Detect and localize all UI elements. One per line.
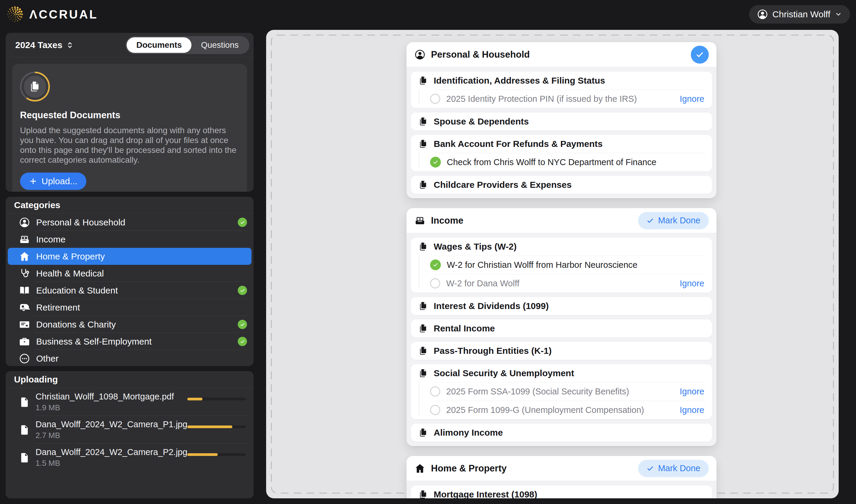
sidebar: 2024 Taxes DocumentsQuestions Requested …: [6, 33, 254, 498]
document-group-card[interactable]: Pass-Through Entities (K-1): [411, 342, 712, 360]
item-pending-radio[interactable]: [430, 386, 440, 397]
ignore-link[interactable]: Ignore: [680, 278, 704, 288]
ignore-link[interactable]: Ignore: [680, 94, 704, 104]
document-copy-icon: [418, 323, 428, 334]
upload-progress-bar: [187, 453, 246, 456]
sidebar-category-income[interactable]: Income: [6, 231, 254, 248]
category-label: Home & Property: [36, 251, 105, 262]
document-copy-icon: [418, 428, 428, 438]
file-size: 1.5 MB: [36, 458, 187, 468]
category-done-check-icon: [238, 320, 247, 329]
requested-documents-panel: 2024 Taxes DocumentsQuestions Requested …: [6, 33, 254, 192]
sidebar-category-donations-charity[interactable]: Donations & Charity: [6, 316, 254, 333]
document-group-card[interactable]: Spouse & Dependents: [411, 112, 712, 130]
mark-done-button[interactable]: Mark Done: [638, 460, 709, 477]
item-pending-radio[interactable]: [430, 278, 440, 288]
document-group-card[interactable]: Alimony Income: [411, 424, 712, 442]
document-copy-icon: [418, 346, 428, 356]
ignore-link[interactable]: Ignore: [680, 386, 704, 397]
upload-button[interactable]: Upload...: [20, 173, 86, 190]
document-group-items: 2025 Form SSA-1099 (Social Security Bene…: [411, 382, 712, 419]
sidebar-category-home-property[interactable]: Home & Property: [8, 248, 251, 265]
category-done-check-icon: [238, 286, 247, 295]
upload-progress-fill: [187, 453, 218, 456]
upload-progress-bar: [187, 398, 246, 400]
document-group-title: Spouse & Dependents: [434, 116, 529, 127]
document-group-card[interactable]: Rental Income: [411, 320, 712, 337]
sidebar-category-education-student[interactable]: Education & Student: [6, 282, 254, 299]
chevron-down-icon: [835, 11, 842, 18]
upload-progress-fill: [187, 398, 202, 400]
file-icon: [19, 452, 31, 464]
item-pending-radio[interactable]: [430, 94, 440, 104]
suggested-document-label: 2025 Identity Protection PIN (if issued …: [446, 94, 637, 104]
uploading-list: Christian_Wolff_1098_Mortgage.pdf 1.9 MB…: [6, 388, 254, 471]
category-label: Other: [36, 354, 58, 364]
document-group-card[interactable]: Bank Account For Refunds & Payments Chec…: [411, 135, 712, 172]
education-icon: [19, 285, 30, 296]
document-group-card[interactable]: Social Security & Unemployment 2025 Form…: [411, 364, 712, 419]
sidebar-category-other[interactable]: Other: [6, 350, 254, 366]
section-title: Income: [431, 215, 632, 226]
tax-year-selector[interactable]: 2024 Taxes: [15, 40, 74, 50]
document-group-title-row: Spouse & Dependents: [411, 112, 712, 130]
category-label: Personal & Household: [36, 217, 125, 228]
upload-progress-bar: [187, 426, 246, 428]
house-icon: [19, 251, 30, 262]
sidebar-category-personal-household[interactable]: Personal & Household: [6, 214, 254, 231]
income-icon: [414, 215, 426, 226]
section-body: Mortgage Interest (1098) Property Taxes: [407, 481, 716, 498]
document-group-title: Identification, Addresses & Filing Statu…: [434, 75, 605, 86]
section-complete-badge: [691, 46, 709, 64]
document-group-items: W-2 for Christian Wolff from Harbor Neur…: [411, 256, 712, 293]
document-group-card[interactable]: Wages & Tips (W-2) W-2 for Christian Wol…: [411, 238, 712, 293]
accrual-logo-icon: [6, 5, 24, 23]
document-group-title-row: Wages & Tips (W-2): [411, 238, 712, 256]
document-group-items: 2025 Identity Protection PIN (if issued …: [411, 90, 712, 108]
tab-questions[interactable]: Questions: [192, 37, 248, 53]
section-header: Personal & Household: [407, 42, 716, 67]
check-icon: [646, 465, 654, 472]
document-dropzone[interactable]: Personal & Household Identification, Add…: [266, 30, 839, 498]
document-group-items: Check from Chris Wolff to NYC Department…: [411, 153, 712, 172]
user-name: Christian Wolff: [772, 9, 830, 19]
document-group-title-row: Interest & Dividends (1099): [411, 297, 712, 315]
category-done-check-icon: [238, 337, 247, 346]
business-icon: [19, 336, 30, 347]
document-group-card[interactable]: Childcare Providers & Expenses: [411, 176, 712, 194]
document-copy-icon: [418, 241, 428, 252]
suggested-document-label: Check from Chris Wolff to NYC Department…: [447, 157, 657, 167]
user-menu-button[interactable]: Christian Wolff: [749, 5, 850, 23]
document-group-card[interactable]: Mortgage Interest (1098): [411, 485, 712, 498]
category-label: Education & Student: [36, 285, 118, 295]
category-section-card: Income Mark Done Wages & Tips (W-2) W-2 …: [407, 208, 716, 446]
sidebar-category-business-self-employment[interactable]: Business & Self-Employment: [6, 333, 254, 350]
requested-documents-description: Upload the suggested documents along wit…: [20, 125, 239, 165]
person-icon: [19, 217, 30, 228]
document-group-card[interactable]: Identification, Addresses & Filing Statu…: [411, 72, 712, 108]
sidebar-category-health-medical[interactable]: Health & Medical: [6, 265, 254, 282]
mark-done-button[interactable]: Mark Done: [638, 212, 709, 229]
categories-list: Personal & Household Income Home & Prope…: [6, 214, 254, 366]
uploading-file-row: Christian_Wolff_1098_Mortgage.pdf 1.9 MB: [6, 388, 254, 416]
item-done-check-icon: [430, 157, 441, 167]
suggested-document-item: W-2 for Christian Wolff from Harbor Neur…: [411, 256, 712, 274]
document-copy-icon: [418, 180, 428, 190]
document-group-title-row: Social Security & Unemployment: [411, 364, 712, 382]
suggested-document-label: 2025 Form SSA-1099 (Social Security Bene…: [446, 386, 629, 397]
sidebar-category-retirement[interactable]: Retirement: [6, 299, 254, 316]
file-name: Dana_Wolff_2024_W2_Camera_P2.jpg: [36, 447, 187, 457]
document-group-title-row: Alimony Income: [411, 424, 712, 442]
section-cards-column: Personal & Household Identification, Add…: [407, 42, 716, 498]
document-group-title-row: Identification, Addresses & Filing Statu…: [411, 72, 712, 90]
uploading-file-row: Dana_Wolff_2024_W2_Camera_P1.jpg 2.7 MB: [6, 416, 254, 444]
tab-documents[interactable]: Documents: [127, 37, 191, 53]
document-group-card[interactable]: Interest & Dividends (1099): [411, 297, 712, 315]
ignore-link[interactable]: Ignore: [680, 405, 704, 415]
item-pending-radio[interactable]: [430, 405, 440, 415]
document-group-title: Pass-Through Entities (K-1): [434, 346, 552, 356]
section-body: Wages & Tips (W-2) W-2 for Christian Wol…: [407, 233, 716, 446]
plus-icon: [29, 177, 37, 185]
document-copy-icon: [418, 301, 428, 311]
document-copy-icon: [418, 139, 428, 149]
